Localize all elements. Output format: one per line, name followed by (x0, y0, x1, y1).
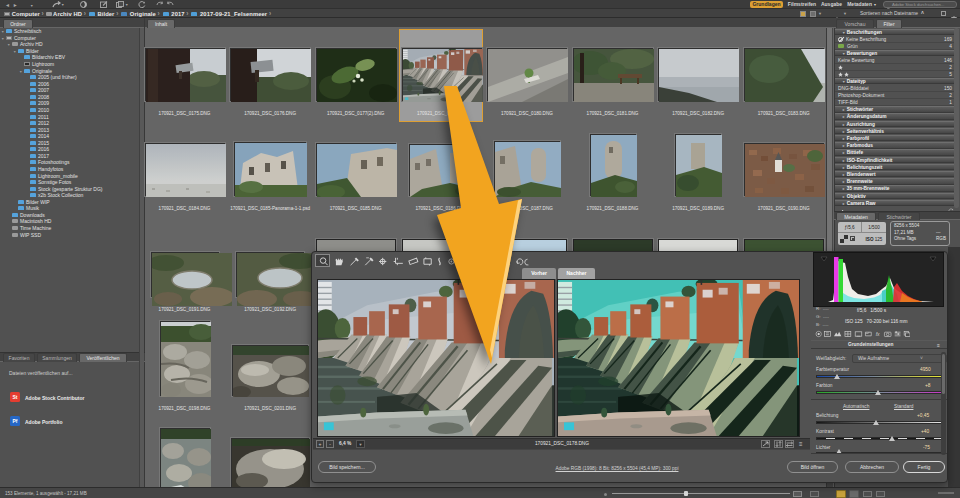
svg-text:fx: fx (876, 331, 880, 337)
